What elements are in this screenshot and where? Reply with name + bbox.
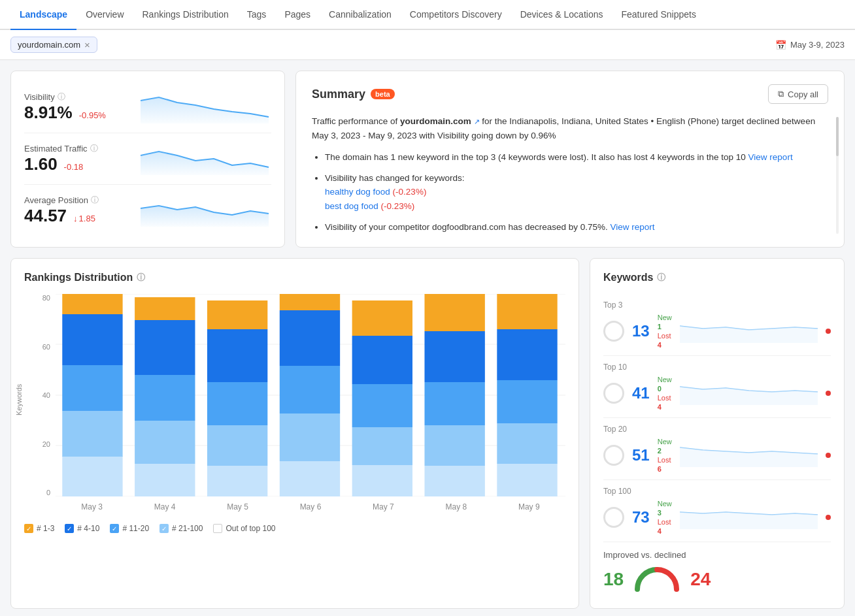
legend-label-4-10: # 4-10 (77, 524, 99, 533)
improved-vs-declined: Improved vs. declined 18 24 (603, 542, 831, 595)
copy-all-button[interactable]: ⧉ Copy all (768, 84, 828, 104)
date-range[interactable]: 📅 May 3-9, 2023 (775, 40, 845, 50)
kw-top100-title: Top 100 (603, 487, 831, 496)
visibility-metric: Visibility ⓘ 8.91% -0.95% (24, 82, 271, 133)
nav-featured-snippets[interactable]: Featured Snippets (612, 0, 705, 30)
x-label-may6: May 6 (300, 502, 322, 511)
nav-tags[interactable]: Tags (238, 0, 276, 30)
nav-cannibalization[interactable]: Cannibalization (320, 0, 401, 30)
kw-top10-circle (603, 383, 624, 404)
kw-top3-title: Top 3 (603, 300, 831, 310)
summary-body: Traffic performance of yourdomain.com ↗ … (312, 114, 828, 234)
kw-top20-lost-label: Lost (658, 456, 672, 464)
svg-rect-14 (135, 297, 195, 320)
legend-1-3: ✓ # 1-3 (24, 524, 54, 533)
visibility-chart (141, 91, 271, 123)
summary-bullet-1: The domain has 1 new keyword in the top … (325, 150, 823, 165)
bar-may5 (207, 300, 267, 496)
kw-top20-new-lost: New 2 Lost 6 (658, 438, 672, 473)
svg-rect-25 (352, 465, 412, 496)
rankings-title: Rankings Distribution ⓘ (24, 272, 565, 284)
svg-rect-29 (352, 300, 412, 336)
svg-rect-18 (207, 329, 267, 382)
svg-rect-10 (135, 464, 195, 496)
nav-rankings-distribution[interactable]: Rankings Distribution (133, 0, 238, 30)
nav-competitors-discovery[interactable]: Competitors Discovery (401, 0, 511, 30)
improved-value: 18 (603, 569, 624, 590)
visibility-value: 8.91% (24, 103, 73, 123)
kw-top100-new-lost: New 3 Lost 4 (658, 500, 672, 535)
summary-intro: Traffic performance of yourdomain.com ↗ … (312, 114, 823, 142)
svg-rect-20 (280, 461, 340, 496)
summary-bullet-2-prefix: Visibility has changed for keywords: (325, 173, 465, 183)
x-label-may3: May 3 (81, 502, 103, 511)
y-label-60: 60 (42, 343, 50, 351)
svg-rect-9 (62, 294, 122, 314)
keyword1-link[interactable]: healthy dog food (325, 187, 390, 197)
keyword2-change: (-0.23%) (381, 201, 415, 211)
kw-top3-dot (826, 329, 831, 334)
x-label-may9: May 9 (518, 502, 540, 511)
nav-devices-locations[interactable]: Devices & Locations (511, 0, 612, 30)
x-label-may8: May 8 (445, 502, 467, 511)
svg-rect-5 (62, 456, 122, 496)
svg-rect-34 (424, 294, 484, 331)
keyword2-link[interactable]: best dog food (325, 201, 378, 211)
kw-top3-sparkline (680, 319, 818, 343)
kw-top10-new-label: New (658, 376, 672, 383)
svg-rect-7 (62, 365, 122, 411)
y-label-40: 40 (42, 391, 50, 399)
kw-top3-row: 13 New 1 Lost 4 (603, 314, 831, 349)
svg-rect-35 (497, 464, 557, 496)
view-report-link-1[interactable]: View report (748, 152, 793, 162)
kw-top100-number: 73 (632, 508, 650, 527)
visibility-label: Visibility (24, 92, 55, 102)
chart-area (56, 294, 565, 496)
copy-icon: ⧉ (778, 89, 784, 99)
average-position-metric: Average Position ⓘ 44.57 ↓ 1.85 (24, 185, 271, 236)
nav-pages[interactable]: Pages (275, 0, 320, 30)
nav-overview[interactable]: Overview (76, 0, 133, 30)
date-range-label: May 3-9, 2023 (790, 40, 845, 50)
legend-check-out (213, 524, 222, 533)
svg-rect-16 (207, 425, 267, 466)
svg-rect-32 (424, 382, 484, 425)
estimated-traffic-value: 1.60 (24, 154, 58, 174)
keywords-title-text: Keywords (603, 272, 653, 284)
y-axis-label: Keywords (15, 384, 23, 415)
bar-may3 (62, 294, 122, 496)
kw-top10-sparkline (680, 381, 818, 405)
svg-rect-21 (280, 413, 340, 461)
svg-rect-17 (207, 382, 267, 425)
kw-top10-row: 41 New 0 Lost 4 (603, 376, 831, 411)
kw-top3-new-label: New (658, 314, 672, 321)
legend-label-21-100: # 21-100 (172, 524, 203, 533)
view-report-link-2[interactable]: View report (611, 222, 655, 232)
keywords-top3: Top 3 13 New 1 Lost 4 (603, 294, 831, 356)
domain-filter[interactable]: yourdomain.com × (10, 37, 97, 53)
svg-rect-13 (135, 320, 195, 375)
svg-rect-39 (497, 294, 557, 329)
average-position-label: Average Position (24, 195, 88, 205)
y-label-0: 0 (46, 489, 50, 496)
estimated-traffic-info-icon: ⓘ (90, 143, 98, 154)
kw-top10-new-val: 0 (658, 385, 672, 393)
estimated-traffic-chart (141, 142, 271, 175)
kw-top100-dot (826, 515, 831, 520)
kw-top3-new-val: 1 (658, 323, 672, 331)
close-icon[interactable]: × (84, 40, 90, 50)
kw-top100-new-val: 3 (658, 509, 672, 517)
svg-rect-37 (497, 380, 557, 423)
kw-top100-lost-val: 4 (658, 527, 672, 535)
svg-rect-36 (497, 423, 557, 464)
kw-top20-lost-val: 6 (658, 465, 672, 473)
summary-bullet-3: Visibility of your competitor dogfoodbra… (325, 220, 823, 235)
kw-top20-row: 51 New 2 Lost 6 (603, 438, 831, 473)
svg-rect-30 (424, 466, 484, 496)
estimated-traffic-label: Estimated Traffic (24, 144, 88, 154)
bar-may6 (280, 294, 340, 496)
nav-landscape[interactable]: Landscape (10, 0, 76, 30)
scrollbar-track (836, 117, 839, 234)
domain-label: yourdomain.com (18, 40, 80, 50)
kw-top3-lost-label: Lost (658, 332, 672, 340)
